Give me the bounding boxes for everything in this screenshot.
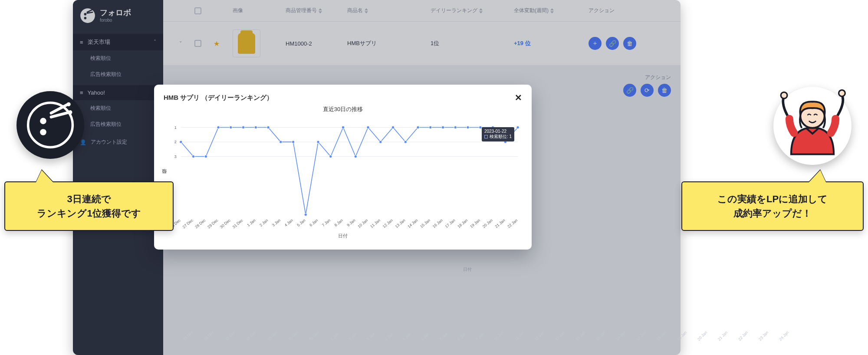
close-icon[interactable]: ✕ bbox=[515, 92, 522, 103]
list-icon: ≡ bbox=[80, 39, 83, 46]
svg-point-51 bbox=[342, 126, 344, 128]
svg-text:4 Jan: 4 Jan bbox=[284, 218, 294, 227]
chart-tooltip: 2023-01-22 検索順位: 1 bbox=[482, 127, 514, 141]
svg-point-41 bbox=[217, 126, 220, 128]
speech-right-line1: この実績をLPに追加して bbox=[697, 192, 848, 206]
cell-delta: +19 位 bbox=[514, 39, 583, 47]
sort-icon bbox=[365, 8, 368, 13]
svg-point-43 bbox=[242, 126, 244, 128]
svg-text:11 Jan: 11 Jan bbox=[369, 218, 381, 229]
add-button[interactable]: ＋ bbox=[589, 37, 602, 50]
chart-title: 直近30日の推移 bbox=[164, 105, 522, 113]
svg-point-0 bbox=[80, 8, 95, 23]
svg-point-58 bbox=[429, 126, 432, 128]
nav-item-rakuten-search[interactable]: 検索順位 bbox=[73, 50, 163, 66]
speech-right-line2: 成約率アップだ！ bbox=[697, 206, 848, 220]
brand-jp: フォロボ bbox=[100, 9, 131, 16]
nav-account[interactable]: 👤 アカウント設定 bbox=[73, 132, 163, 152]
sidebar: フォロボ forobo ≡楽天市場 ˄ 検索順位 広告検索順位 ≡Yahoo! … bbox=[73, 0, 163, 355]
th-name[interactable]: 商品名 bbox=[347, 7, 425, 14]
person-celebrating-icon bbox=[773, 78, 852, 174]
nav-group-yahoo: ≡Yahoo! ˄ 検索順位 広告検索順位 bbox=[73, 85, 163, 132]
pouch-illustration bbox=[238, 33, 255, 54]
svg-point-59 bbox=[441, 126, 444, 128]
refresh-button[interactable]: ⟳ bbox=[641, 84, 654, 97]
svg-text:6 Jan: 6 Jan bbox=[309, 218, 319, 227]
th-rank[interactable]: デイリーランキング bbox=[431, 7, 509, 14]
table-header: 画像 商品管理番号 商品名 デイリーランキング 全体変動(週間) アクション bbox=[163, 0, 681, 22]
bg-ticks: 25 Dec26 Dec27 Dec28 Dec29 Dec30 Dec31 D… bbox=[182, 339, 790, 343]
th-image: 画像 bbox=[233, 7, 280, 14]
sort-icon bbox=[319, 8, 322, 13]
svg-point-61 bbox=[467, 126, 469, 128]
nav-item-yahoo-search[interactable]: 検索順位 bbox=[73, 100, 163, 116]
svg-point-69 bbox=[67, 102, 71, 106]
delete-button[interactable]: 🗑 bbox=[658, 84, 671, 97]
nav-item-rakuten-ad[interactable]: 広告検索順位 bbox=[73, 66, 163, 82]
chart-area: 順位 12326 Dec27 Dec28 Dec29 Dec30 Dec31 D… bbox=[164, 117, 522, 238]
svg-text:1 Jan: 1 Jan bbox=[246, 218, 256, 227]
svg-point-68 bbox=[40, 129, 46, 135]
table-row: ˅ ★ HM1000-2 HMBサプリ 1位 +19 位 ＋ 🔗 🗑 bbox=[163, 22, 681, 66]
svg-point-48 bbox=[304, 213, 307, 216]
robot-icon bbox=[26, 101, 74, 149]
nav-item-yahoo-ad[interactable]: 広告検索順位 bbox=[73, 116, 163, 132]
mascot-right bbox=[773, 87, 852, 165]
svg-text:13 Jan: 13 Jan bbox=[395, 218, 406, 229]
star-icon[interactable]: ★ bbox=[214, 39, 227, 48]
svg-point-65 bbox=[516, 126, 519, 128]
expand-toggle[interactable]: ˅ bbox=[172, 40, 189, 47]
tooltip-value: 検索順位: 1 bbox=[490, 134, 512, 139]
th-actions: アクション bbox=[589, 7, 667, 14]
svg-point-50 bbox=[329, 155, 332, 158]
svg-point-49 bbox=[317, 141, 319, 143]
nav-title-label: 楽天市場 bbox=[88, 38, 110, 46]
svg-point-42 bbox=[230, 126, 232, 128]
svg-text:29 Dec: 29 Dec bbox=[207, 218, 219, 229]
svg-text:16 Jan: 16 Jan bbox=[432, 218, 444, 229]
cell-name: HMBサプリ bbox=[347, 39, 425, 47]
svg-point-55 bbox=[391, 126, 394, 128]
brand-en: forobo bbox=[100, 18, 131, 23]
svg-point-40 bbox=[204, 155, 207, 158]
speech-right: この実績をLPに追加して 成約率アップだ！ bbox=[681, 181, 864, 231]
svg-point-66 bbox=[28, 103, 73, 148]
link-button[interactable]: 🔗 bbox=[606, 37, 619, 50]
svg-text:9 Jan: 9 Jan bbox=[346, 218, 356, 227]
svg-text:7 Jan: 7 Jan bbox=[321, 218, 331, 227]
mascot-left bbox=[16, 91, 84, 159]
chevron-up-icon: ˄ bbox=[154, 39, 156, 45]
list-icon: ≡ bbox=[80, 89, 83, 96]
svg-point-45 bbox=[267, 126, 270, 128]
svg-text:12 Jan: 12 Jan bbox=[382, 218, 394, 229]
nav-account-label: アカウント設定 bbox=[91, 138, 127, 146]
th-delta[interactable]: 全体変動(週間) bbox=[514, 7, 583, 14]
nav-title-yahoo[interactable]: ≡Yahoo! ˄ bbox=[73, 85, 163, 100]
th-sku[interactable]: 商品管理番号 bbox=[286, 7, 342, 14]
ranking-modal: HMB サプリ （デイリーランキング） ✕ 直近30日の推移 順位 12326 … bbox=[154, 85, 532, 250]
svg-point-38 bbox=[180, 141, 182, 143]
sort-icon bbox=[550, 8, 554, 13]
user-icon: 👤 bbox=[80, 139, 86, 145]
svg-text:5 Jan: 5 Jan bbox=[296, 218, 306, 227]
speech-left-line1: 3日連続で bbox=[20, 192, 158, 206]
nav-title-label: Yahoo! bbox=[88, 89, 105, 96]
x-axis-label: 日付 bbox=[338, 233, 348, 239]
svg-text:8 Jan: 8 Jan bbox=[334, 218, 344, 227]
svg-point-72 bbox=[839, 90, 845, 96]
row-checkbox[interactable] bbox=[194, 40, 201, 47]
delete-button[interactable]: 🗑 bbox=[623, 37, 636, 50]
svg-point-67 bbox=[40, 118, 46, 125]
svg-text:2 Jan: 2 Jan bbox=[259, 218, 269, 227]
svg-point-56 bbox=[404, 141, 407, 143]
header-checkbox[interactable] bbox=[194, 7, 201, 14]
svg-point-44 bbox=[254, 126, 257, 128]
speech-tail bbox=[36, 170, 54, 183]
speech-tail bbox=[808, 170, 826, 183]
svg-text:3: 3 bbox=[174, 154, 177, 159]
nav-title-rakuten[interactable]: ≡楽天市場 ˄ bbox=[73, 34, 163, 50]
svg-point-57 bbox=[417, 126, 419, 128]
link-button[interactable]: 🔗 bbox=[623, 84, 636, 97]
tooltip-date: 2023-01-22 bbox=[484, 129, 512, 134]
row-actions: ＋ 🔗 🗑 bbox=[589, 37, 667, 50]
